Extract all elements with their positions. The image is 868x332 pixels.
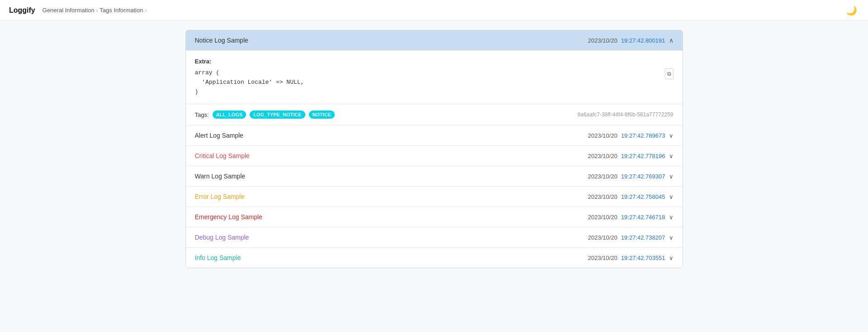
tags-left: Tags: ALL_LOGS LOG_TYPE_NOTICE NOTICE	[195, 111, 335, 119]
log-title-1: Critical Log Sample	[195, 152, 250, 159]
log-time-5: 19:27:42.738207	[621, 234, 665, 241]
log-rows-container: Alert Log Sample 2023/10/20 19:27:42.789…	[186, 125, 683, 268]
log-title-5: Debug Log Sample	[195, 234, 249, 241]
log-time-1: 19:27:42.778196	[621, 153, 665, 159]
breadcrumb-sep-2: ›	[145, 8, 147, 13]
log-item-notice-header[interactable]: Notice Log Sample 2023/10/20 19:27:42.80…	[186, 30, 683, 50]
tag-all-logs[interactable]: ALL_LOGS	[213, 111, 247, 119]
log-item-row-5[interactable]: Debug Log Sample 2023/10/20 19:27:42.738…	[186, 227, 683, 247]
log-time-4: 19:27:42.746718	[621, 214, 665, 221]
chevron-down-icon-1: ∨	[669, 153, 674, 159]
chevron-down-icon-3: ∨	[669, 193, 674, 200]
log-date-3: 2023/10/20	[588, 193, 617, 200]
log-date-4: 2023/10/20	[588, 214, 617, 221]
log-date-1: 2023/10/20	[588, 153, 617, 159]
tag-notice[interactable]: NOTICE	[309, 111, 335, 119]
log-meta-0: 2023/10/20 19:27:42.789673 ∨	[588, 132, 674, 139]
log-time-2: 19:27:42.769307	[621, 173, 665, 180]
log-notice-body: Extra: array ( 'Application Locale' => N…	[186, 50, 683, 104]
log-item-row-1[interactable]: Critical Log Sample 2023/10/20 19:27:42.…	[186, 145, 683, 166]
log-notice-timestamp-date: 2023/10/20	[588, 37, 617, 44]
log-meta-5: 2023/10/20 19:27:42.738207 ∨	[588, 234, 674, 241]
log-item-row-6[interactable]: Info Log Sample 2023/10/20 19:27:42.7035…	[186, 247, 683, 268]
extra-label: Extra:	[195, 58, 674, 65]
log-notice-timestamp-time: 19:27:42.800191	[621, 37, 665, 44]
log-time-3: 19:27:42.758045	[621, 193, 665, 200]
chevron-down-icon-6: ∨	[669, 255, 674, 261]
log-meta-1: 2023/10/20 19:27:42.778196 ∨	[588, 153, 674, 159]
log-date-6: 2023/10/20	[588, 255, 617, 261]
log-meta-2: 2023/10/20 19:27:42.769307 ∨	[588, 173, 674, 180]
tag-log-type-notice[interactable]: LOG_TYPE_NOTICE	[250, 111, 305, 119]
log-notice-meta: 2023/10/20 19:27:42.800191 ∧	[588, 37, 674, 44]
logo: Loggify	[9, 6, 35, 14]
log-date-0: 2023/10/20	[588, 132, 617, 139]
breadcrumb-sep-1: ›	[96, 8, 98, 13]
copy-code-button[interactable]: ⧉	[665, 68, 674, 79]
log-notice-tags-row: Tags: ALL_LOGS LOG_TYPE_NOTICE NOTICE 9a…	[186, 104, 683, 125]
log-meta-4: 2023/10/20 19:27:42.746718 ∨	[588, 214, 674, 221]
log-title-notice: Notice Log Sample	[195, 37, 248, 44]
log-title-4: Emergency Log Sample	[195, 213, 262, 221]
log-date-2: 2023/10/20	[588, 173, 617, 180]
log-meta-3: 2023/10/20 19:27:42.758045 ∨	[588, 193, 674, 200]
breadcrumb: General Information › Tags Information ›	[43, 7, 147, 14]
chevron-down-icon-5: ∨	[669, 234, 674, 241]
chevron-down-icon-2: ∨	[669, 173, 674, 180]
chevron-down-icon-0: ∨	[669, 132, 674, 139]
chevron-down-icon-4: ∨	[669, 214, 674, 221]
dark-mode-button[interactable]: 🌙	[844, 3, 859, 18]
breadcrumb-general[interactable]: General Information	[43, 7, 95, 14]
log-item-row-4[interactable]: Emergency Log Sample 2023/10/20 19:27:42…	[186, 207, 683, 227]
log-item-row-0[interactable]: Alert Log Sample 2023/10/20 19:27:42.789…	[186, 125, 683, 145]
log-time-6: 19:27:42.703551	[621, 255, 665, 261]
log-title-2: Warn Log Sample	[195, 173, 246, 180]
log-item-row-2[interactable]: Warn Log Sample 2023/10/20 19:27:42.7693…	[186, 166, 683, 186]
extra-code-block: array ( 'Application Locale' => NULL,) ⧉	[195, 68, 674, 96]
log-item-notice-expanded: Notice Log Sample 2023/10/20 19:27:42.80…	[186, 30, 683, 125]
log-meta-6: 2023/10/20 19:27:42.703551 ∨	[588, 255, 674, 261]
extra-code-line-1: array ( 'Application Locale' => NULL,)	[195, 69, 304, 95]
log-uuid: 9a6aafc7-38ff-44f4-8f6b-581a77772259	[578, 111, 674, 118]
log-item-row-3[interactable]: Error Log Sample 2023/10/20 19:27:42.758…	[186, 186, 683, 207]
log-title-3: Error Log Sample	[195, 193, 245, 200]
top-nav: Loggify General Information › Tags Infor…	[0, 0, 868, 21]
tags-label: Tags:	[195, 111, 209, 118]
breadcrumb-tags[interactable]: Tags Information	[100, 7, 143, 14]
log-list-container: Notice Log Sample 2023/10/20 19:27:42.80…	[185, 30, 683, 268]
log-time-0: 19:27:42.789673	[621, 132, 665, 139]
log-title-6: Info Log Sample	[195, 254, 241, 261]
log-title-0: Alert Log Sample	[195, 132, 243, 139]
chevron-up-icon: ∧	[669, 37, 674, 44]
log-date-5: 2023/10/20	[588, 234, 617, 241]
